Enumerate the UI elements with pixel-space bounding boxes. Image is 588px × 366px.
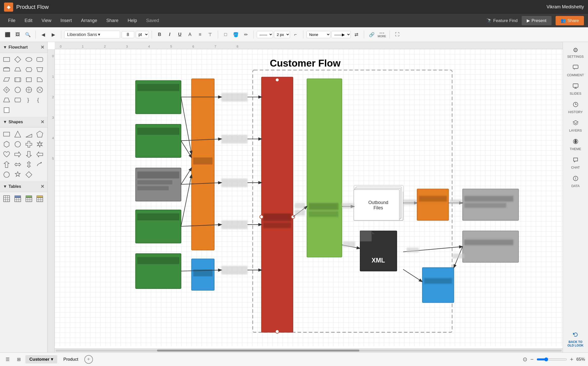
shapes-close-button[interactable]: ✕ bbox=[41, 119, 44, 125]
flowchart-close-button[interactable]: ✕ bbox=[41, 45, 44, 50]
font-unit-select[interactable]: ptpx bbox=[136, 31, 149, 38]
table-style-2[interactable] bbox=[13, 194, 22, 203]
table-style-1[interactable] bbox=[2, 194, 11, 203]
shape-down-arrow[interactable] bbox=[24, 150, 33, 159]
back-to-old-look-button[interactable]: BACK TO OLD LOOK bbox=[564, 329, 587, 350]
tables-close-button[interactable]: ✕ bbox=[41, 184, 44, 189]
shape-double-arrow-h[interactable] bbox=[13, 160, 22, 169]
scrollbar-track[interactable] bbox=[56, 350, 562, 352]
list-view-button[interactable]: ☰ bbox=[3, 355, 12, 364]
arrow-end-select[interactable]: ——▶————◆ bbox=[331, 31, 351, 38]
menu-file[interactable]: File bbox=[4, 16, 19, 25]
flowchart-shape-brace-close[interactable]: { bbox=[35, 95, 44, 105]
canvas-content[interactable]: Customer Flow bbox=[55, 49, 563, 346]
flowchart-shape-8[interactable] bbox=[24, 75, 33, 84]
flowchart-shape-note[interactable] bbox=[2, 106, 11, 115]
flowchart-shape-diamond[interactable] bbox=[13, 55, 22, 64]
shape-right-arrow[interactable] bbox=[13, 150, 22, 159]
data-panel-button[interactable]: DATA bbox=[564, 173, 587, 190]
flowchart-shape-4[interactable] bbox=[24, 65, 33, 74]
shape-cross[interactable] bbox=[24, 140, 33, 149]
line-color-button[interactable]: ✏ bbox=[241, 30, 250, 39]
shape-diamond2[interactable] bbox=[24, 170, 33, 179]
tab-customer[interactable]: Customer ▾ bbox=[25, 355, 57, 363]
comment-panel-button[interactable]: COMMENT bbox=[564, 62, 587, 79]
flowchart-shape-13[interactable] bbox=[35, 85, 44, 94]
align-button[interactable]: ≡ bbox=[195, 30, 205, 39]
zoom-out-button[interactable]: − bbox=[530, 356, 534, 363]
zoom-in-button[interactable]: + bbox=[570, 356, 573, 363]
grid-view-button[interactable]: ⊞ bbox=[14, 355, 23, 364]
menu-insert[interactable]: Insert bbox=[56, 16, 76, 25]
flowchart-shape-rect[interactable] bbox=[2, 55, 11, 64]
flowchart-shape-rounded-rect[interactable] bbox=[35, 55, 44, 64]
fill-color-button[interactable]: 🪣 bbox=[231, 30, 240, 39]
shape-rect[interactable] bbox=[2, 130, 11, 139]
line-style-select[interactable]: ——- -··· bbox=[257, 31, 273, 38]
shape-heart[interactable] bbox=[2, 150, 11, 159]
tab-product[interactable]: Product bbox=[59, 355, 82, 363]
redo-button[interactable]: ▶ bbox=[49, 30, 58, 39]
flowchart-shape-14[interactable] bbox=[2, 95, 11, 105]
flowchart-shape-6[interactable] bbox=[2, 75, 11, 84]
chat-panel-button[interactable]: CHAT bbox=[564, 154, 587, 172]
slides-panel-button[interactable]: SLIDES bbox=[564, 80, 587, 98]
menu-view[interactable]: View bbox=[37, 16, 55, 25]
flowchart-shape-12[interactable] bbox=[24, 85, 33, 94]
search-button[interactable]: 🔍 bbox=[23, 30, 32, 39]
italic-button[interactable]: I bbox=[165, 30, 174, 39]
table-style-4[interactable] bbox=[35, 194, 44, 203]
menu-arrange[interactable]: Arrange bbox=[77, 16, 101, 25]
share-button[interactable]: 👥 Share bbox=[556, 16, 584, 25]
font-size-input[interactable]: 8 bbox=[122, 31, 134, 38]
undo-button[interactable]: ◀ bbox=[39, 30, 48, 39]
shape-right-triangle[interactable] bbox=[24, 130, 33, 139]
flowchart-section-header[interactable]: ▼ Flowchart ✕ bbox=[0, 42, 47, 53]
flowchart-shape-15[interactable] bbox=[13, 95, 22, 105]
flowchart-shape-2[interactable] bbox=[2, 65, 11, 74]
format-button[interactable]: ⊤ bbox=[206, 30, 215, 39]
shapes-button[interactable]: ⬛ bbox=[3, 30, 12, 39]
shape-circle2[interactable] bbox=[2, 170, 11, 179]
shape-starburst[interactable] bbox=[35, 140, 44, 149]
zoom-fit-button[interactable]: ⊙ bbox=[523, 356, 527, 363]
flowchart-shape-10[interactable] bbox=[2, 85, 11, 94]
shape-circle[interactable] bbox=[13, 140, 22, 149]
flowchart-shape-7[interactable] bbox=[13, 75, 22, 84]
layers-panel-button[interactable]: LAYERS bbox=[564, 117, 587, 135]
flowchart-shape-5[interactable] bbox=[35, 65, 44, 74]
settings-panel-button[interactable]: ⚙ SETTINGS bbox=[564, 44, 587, 61]
reverse-button[interactable]: ⇄ bbox=[352, 30, 361, 39]
flowchart-shape-brace-open[interactable]: } bbox=[24, 95, 33, 105]
font-color-button[interactable]: A bbox=[185, 30, 194, 39]
shape-pentagon[interactable] bbox=[35, 130, 44, 139]
shape-outline-button[interactable]: □ bbox=[221, 30, 230, 39]
shape-hexagon[interactable] bbox=[2, 140, 11, 149]
tables-section-header[interactable]: ▼ Tables ✕ bbox=[0, 181, 47, 192]
theme-panel-button[interactable]: THEME bbox=[564, 136, 587, 153]
zoom-slider[interactable] bbox=[537, 357, 567, 361]
menu-edit[interactable]: Edit bbox=[21, 16, 36, 25]
scrollbar-thumb[interactable] bbox=[157, 350, 359, 352]
table-style-3[interactable] bbox=[24, 194, 33, 203]
bold-button[interactable]: B bbox=[155, 30, 164, 39]
more-button[interactable]: • • • MORE bbox=[377, 30, 386, 39]
underline-button[interactable]: U bbox=[175, 30, 184, 39]
add-tab-button[interactable]: + bbox=[84, 355, 93, 364]
font-selector[interactable]: Liberation Sans ▾ bbox=[64, 31, 120, 38]
shape-double-arrow-v[interactable] bbox=[24, 160, 33, 169]
link-button[interactable]: 🔗 bbox=[367, 30, 376, 39]
menu-share[interactable]: Share bbox=[102, 16, 123, 25]
history-panel-button[interactable]: HISTORY bbox=[564, 99, 587, 116]
waypoint-select[interactable]: NoneRoundedSharp bbox=[306, 31, 330, 38]
image-button[interactable]: 🖼 bbox=[13, 30, 22, 39]
connection-style-button[interactable]: ⌐ bbox=[291, 30, 300, 39]
fullscreen-button[interactable]: ⛶ bbox=[393, 30, 402, 39]
line-width-select[interactable]: 2 px1 px3 px4 px bbox=[274, 31, 290, 38]
horizontal-scrollbar[interactable] bbox=[55, 348, 563, 352]
feature-find-button[interactable]: 🔭 Feature Find bbox=[486, 18, 518, 23]
shapes-section-header[interactable]: ▼ Shapes ✕ bbox=[0, 117, 47, 128]
flowchart-shape-3[interactable] bbox=[13, 65, 22, 74]
canvas-area[interactable]: 0 1 2 3 4 5 6 7 8 0 1 2 3 4 5 Customer F… bbox=[48, 42, 563, 352]
shape-up-arrow[interactable] bbox=[2, 160, 11, 169]
